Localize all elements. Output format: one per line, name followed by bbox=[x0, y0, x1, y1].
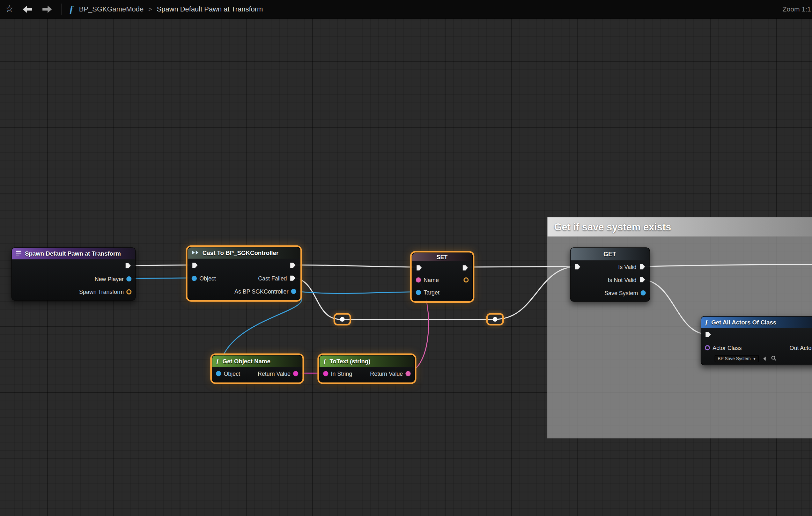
object-pin bbox=[216, 371, 221, 376]
zoom-level-label: Zoom 1:1 bbox=[783, 5, 811, 13]
pin-spawn-transform[interactable]: Spawn Transform bbox=[79, 289, 132, 295]
pin-label: Return Value bbox=[370, 370, 403, 376]
pin-in-string[interactable]: In String bbox=[323, 370, 352, 376]
object-pin bbox=[192, 276, 197, 281]
object-pin bbox=[291, 289, 296, 294]
node-set-variable[interactable]: SET Name bbox=[412, 252, 473, 301]
pin-label: Spawn Transform bbox=[79, 289, 124, 295]
text-pin bbox=[416, 277, 421, 282]
reroute-node[interactable] bbox=[486, 313, 504, 326]
string-pin bbox=[323, 371, 328, 376]
pin-exec-in[interactable] bbox=[574, 263, 581, 270]
value-pin bbox=[463, 277, 468, 282]
pin-label: New Player bbox=[95, 276, 124, 282]
pin-label: Is Valid bbox=[618, 264, 636, 270]
pin-exec-out[interactable] bbox=[125, 262, 132, 269]
pin-return-value[interactable]: Return Value bbox=[258, 370, 298, 376]
pin-out-actors[interactable]: Out Actors bbox=[790, 344, 812, 351]
function-entry-icon bbox=[16, 250, 22, 257]
object-pin bbox=[641, 290, 646, 295]
pin-label: Return Value bbox=[258, 370, 291, 376]
reroute-pin bbox=[340, 317, 345, 322]
breadcrumb-current-graph[interactable]: Spawn Default Pawn at Transform bbox=[157, 5, 263, 13]
node-get-validated[interactable]: GET Is Valid Is Not Valid Sav bbox=[570, 247, 650, 302]
text-pin bbox=[405, 371, 410, 376]
pin-is-valid[interactable]: Is Valid bbox=[618, 263, 645, 270]
object-pin bbox=[126, 276, 132, 281]
function-graph-icon: ƒ bbox=[69, 3, 74, 15]
node-get-all-actors-of-class[interactable]: ƒ Get All Actors Of Class Actor Class Ou… bbox=[701, 316, 812, 365]
toolbar-divider bbox=[61, 3, 62, 15]
blueprint-editor: ☆ ƒ BP_SGKGameMode > Spawn Default Pawn … bbox=[0, 0, 812, 516]
node-cast-header: Cast To BP_SGKController bbox=[188, 247, 300, 259]
pin-exec-in[interactable] bbox=[192, 262, 198, 269]
node-title: Spawn Default Pawn at Transform bbox=[25, 250, 121, 256]
breadcrumb-toolbar: ☆ ƒ BP_SGKGameMode > Spawn Default Pawn … bbox=[0, 0, 812, 19]
node-title: SET bbox=[436, 254, 447, 260]
node-totext-string[interactable]: ƒ ToText (string) In String Return Value bbox=[319, 355, 415, 383]
string-pin bbox=[293, 371, 298, 376]
browse-to-asset-icon[interactable] bbox=[771, 355, 777, 361]
node-title: Cast To BP_SGKController bbox=[203, 250, 279, 256]
class-select-value: BP Save System bbox=[718, 356, 750, 361]
pin-label: Object bbox=[199, 275, 216, 281]
node-title: Get Object Name bbox=[222, 358, 270, 364]
class-select-dropdown[interactable]: BP Save System ▾ bbox=[715, 355, 759, 362]
pin-label: As BP SGKController bbox=[234, 288, 288, 294]
pin-object[interactable]: Object bbox=[192, 275, 216, 281]
pin-label: In String bbox=[331, 370, 352, 376]
pin-label: Actor Class bbox=[713, 344, 742, 351]
pin-save-system[interactable]: Save System bbox=[604, 290, 646, 296]
pin-name-output[interactable] bbox=[463, 277, 468, 282]
node-spawn-header: Spawn Default Pawn at Transform bbox=[12, 248, 135, 260]
pin-object[interactable]: Object bbox=[216, 370, 240, 376]
comment-header[interactable]: Get if save system exists bbox=[547, 217, 812, 237]
node-get-object-name[interactable]: ƒ Get Object Name Object Return Value bbox=[212, 355, 302, 383]
pin-actor-class[interactable]: Actor Class bbox=[705, 344, 742, 351]
node-cast-to-bp-sgkcontroller[interactable]: Cast To BP_SGKController Object Cast Fai… bbox=[187, 247, 300, 300]
forward-arrow-icon[interactable] bbox=[41, 5, 53, 13]
node-title: ToText (string) bbox=[329, 358, 370, 364]
node-get-all-actors-header: ƒ Get All Actors Of Class bbox=[701, 317, 812, 328]
pin-label: Name bbox=[424, 277, 439, 283]
pin-is-not-valid[interactable]: Is Not Valid bbox=[608, 276, 646, 283]
pin-exec-out[interactable] bbox=[290, 262, 296, 269]
pin-new-player[interactable]: New Player bbox=[95, 276, 132, 282]
node-spawn-default-pawn[interactable]: Spawn Default Pawn at Transform New Play… bbox=[11, 247, 136, 301]
breadcrumb-blueprint-name[interactable]: BP_SGKGameMode bbox=[79, 5, 144, 13]
pin-exec-in[interactable] bbox=[416, 264, 423, 271]
node-set-header: SET bbox=[412, 253, 472, 261]
function-icon: ƒ bbox=[705, 318, 708, 327]
pin-label: Out Actors bbox=[790, 344, 812, 351]
chevron-down-icon: ▾ bbox=[753, 356, 756, 361]
pin-label: Is Not Valid bbox=[608, 277, 637, 283]
pin-label: Object bbox=[224, 370, 240, 376]
node-get-object-name-header: ƒ Get Object Name bbox=[212, 355, 302, 367]
pin-label: Target bbox=[424, 290, 439, 296]
comment-title: Get if save system exists bbox=[547, 221, 671, 233]
pin-target[interactable]: Target bbox=[416, 290, 439, 296]
node-totext-header: ƒ ToText (string) bbox=[320, 355, 414, 367]
breadcrumb-separator: > bbox=[148, 5, 152, 13]
favorite-star-icon[interactable]: ☆ bbox=[5, 0, 13, 18]
use-selected-asset-icon[interactable] bbox=[762, 356, 767, 361]
pin-label: Save System bbox=[604, 290, 638, 296]
node-title: Get All Actors Of Class bbox=[711, 320, 776, 326]
reroute-pin bbox=[493, 317, 497, 322]
pin-label: Cast Failed bbox=[258, 275, 287, 281]
transform-pin bbox=[126, 289, 132, 294]
pin-cast-failed[interactable]: Cast Failed bbox=[258, 275, 296, 281]
pure-function-icon: ƒ bbox=[216, 357, 220, 365]
pin-return-value[interactable]: Return Value bbox=[370, 370, 410, 376]
back-arrow-icon[interactable] bbox=[22, 5, 33, 13]
reroute-node[interactable] bbox=[334, 313, 351, 326]
cast-arrows-icon bbox=[192, 250, 199, 256]
node-title: GET bbox=[603, 250, 616, 258]
pin-name-input[interactable]: Name bbox=[416, 277, 439, 283]
pin-exec-in[interactable] bbox=[705, 331, 712, 338]
class-pin bbox=[705, 345, 710, 350]
pure-function-icon: ƒ bbox=[323, 357, 326, 365]
object-pin bbox=[416, 290, 421, 295]
pin-as-bp-sgkcontroller[interactable]: As BP SGKController bbox=[234, 288, 296, 294]
pin-exec-out[interactable] bbox=[462, 264, 468, 271]
